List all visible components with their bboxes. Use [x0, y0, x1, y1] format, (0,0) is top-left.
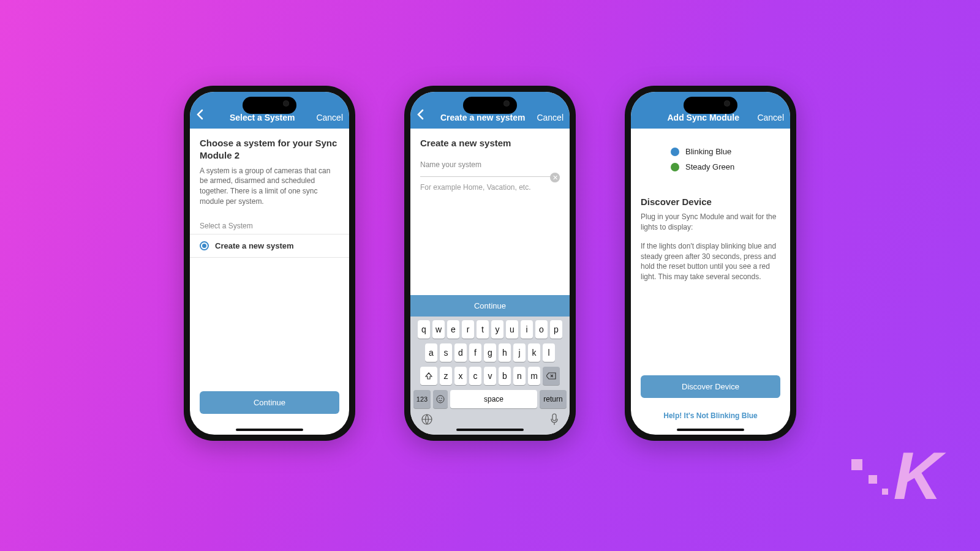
radio-selected-icon	[200, 241, 209, 250]
key-j[interactable]: j	[513, 343, 526, 362]
header-title: Select a System	[208, 113, 316, 122]
key-r[interactable]: r	[462, 320, 474, 339]
back-button[interactable]	[196, 109, 208, 122]
space-key[interactable]: space	[450, 390, 537, 408]
app-header: Select a System Cancel	[190, 92, 349, 129]
legend-label: Steady Green	[685, 162, 734, 171]
page-heading: Choose a system for your Sync Module 2	[200, 137, 339, 162]
key-t[interactable]: t	[477, 320, 489, 339]
key-l[interactable]: l	[543, 343, 555, 362]
input-hint: For example Home, Vacation, etc.	[420, 183, 560, 192]
phone-2: Create a new system Cancel Create a new …	[404, 86, 576, 441]
page-heading: Create a new system	[420, 137, 560, 149]
key-x[interactable]: x	[454, 367, 467, 385]
continue-button[interactable]: Continue	[410, 295, 570, 317]
svg-point-0	[437, 395, 444, 403]
mic-icon	[549, 413, 559, 425]
section-label: Select a System	[190, 222, 349, 234]
description-2: If the lights don't display blinking blu…	[641, 241, 780, 282]
return-key[interactable]: return	[540, 390, 567, 408]
watermark-logo: K	[894, 437, 937, 514]
app-header: Create a new system Cancel	[410, 92, 570, 129]
chevron-left-icon	[196, 109, 203, 120]
header-title: Create a new system	[429, 113, 537, 122]
key-g[interactable]: g	[484, 343, 496, 362]
key-e[interactable]: e	[447, 320, 459, 339]
key-q[interactable]: q	[418, 320, 430, 339]
emoji-icon	[436, 395, 445, 403]
green-dot-icon	[671, 163, 679, 171]
key-z[interactable]: z	[440, 367, 452, 385]
continue-button[interactable]: Continue	[200, 391, 339, 414]
numbers-key[interactable]: 123	[413, 390, 431, 408]
key-w[interactable]: w	[432, 320, 445, 339]
home-indicator[interactable]	[456, 429, 524, 431]
screen-select-system: Select a System Cancel Choose a system f…	[190, 92, 349, 435]
key-k[interactable]: k	[528, 343, 540, 362]
key-v[interactable]: v	[484, 367, 496, 385]
key-y[interactable]: y	[491, 320, 503, 339]
light-legend: Blinking Blue Steady Green	[631, 129, 790, 196]
page-heading: Discover Device	[641, 196, 780, 208]
header-title: Add Sync Module	[649, 113, 757, 122]
home-indicator[interactable]	[236, 429, 303, 431]
globe-icon	[421, 413, 433, 425]
key-p[interactable]: p	[550, 320, 562, 339]
cancel-button[interactable]: Cancel	[537, 113, 564, 122]
page-description: A system is a group of cameras that can …	[200, 166, 339, 207]
screen-create-system: Create a new system Cancel Create a new …	[410, 92, 570, 435]
key-a[interactable]: a	[425, 343, 437, 362]
shift-key[interactable]	[420, 367, 437, 385]
legend-label: Blinking Blue	[685, 147, 731, 156]
emoji-key[interactable]	[433, 390, 448, 408]
key-u[interactable]: u	[506, 320, 518, 339]
keyboard: qwertyuiop asdfghjkl zxcvbnm 123	[410, 317, 570, 435]
key-m[interactable]: m	[528, 367, 540, 385]
backspace-key[interactable]	[543, 367, 560, 385]
phone-3: Add Sync Module Cancel Blinking Blue Ste…	[625, 86, 796, 441]
screen-add-sync-module: Add Sync Module Cancel Blinking Blue Ste…	[631, 92, 790, 435]
key-f[interactable]: f	[469, 343, 481, 362]
option-label: Create a new system	[215, 241, 294, 250]
cancel-button[interactable]: Cancel	[757, 113, 784, 122]
phone-1: Select a System Cancel Choose a system f…	[184, 86, 355, 441]
home-indicator[interactable]	[677, 429, 744, 431]
app-header: Add Sync Module Cancel	[631, 92, 790, 129]
system-name-input[interactable]: ✕	[420, 171, 560, 177]
clear-input-icon[interactable]: ✕	[550, 173, 560, 182]
key-h[interactable]: h	[499, 343, 511, 362]
svg-rect-4	[552, 414, 556, 421]
key-o[interactable]: o	[535, 320, 548, 339]
key-b[interactable]: b	[499, 367, 511, 385]
blue-dot-icon	[671, 148, 679, 156]
key-n[interactable]: n	[513, 367, 526, 385]
discover-device-button[interactable]: Discover Device	[641, 375, 780, 398]
svg-point-2	[441, 398, 442, 399]
keyboard-row-2: asdfghjkl	[412, 343, 568, 362]
globe-key[interactable]	[421, 413, 433, 429]
legend-steady-green: Steady Green	[671, 162, 750, 171]
svg-point-1	[439, 398, 440, 399]
key-d[interactable]: d	[454, 343, 467, 362]
backspace-icon	[546, 372, 556, 380]
key-s[interactable]: s	[440, 343, 452, 362]
back-button[interactable]	[417, 109, 429, 122]
key-c[interactable]: c	[469, 367, 481, 385]
shift-icon	[425, 372, 432, 380]
keyboard-row-3: zxcvbnm	[412, 367, 568, 385]
legend-blinking-blue: Blinking Blue	[671, 147, 750, 156]
help-link[interactable]: Help! It's Not Blinking Blue	[631, 405, 790, 426]
option-create-new-system[interactable]: Create a new system	[190, 234, 349, 258]
phone-mockup-row: Select a System Cancel Choose a system f…	[0, 0, 980, 441]
description-1: Plug in your Sync Module and wait for th…	[641, 212, 780, 233]
chevron-left-icon	[417, 109, 424, 120]
key-i[interactable]: i	[521, 320, 533, 339]
keyboard-row-1: qwertyuiop	[412, 320, 568, 339]
cancel-button[interactable]: Cancel	[316, 113, 343, 122]
mic-key[interactable]	[549, 413, 559, 429]
input-label: Name your system	[420, 160, 560, 169]
